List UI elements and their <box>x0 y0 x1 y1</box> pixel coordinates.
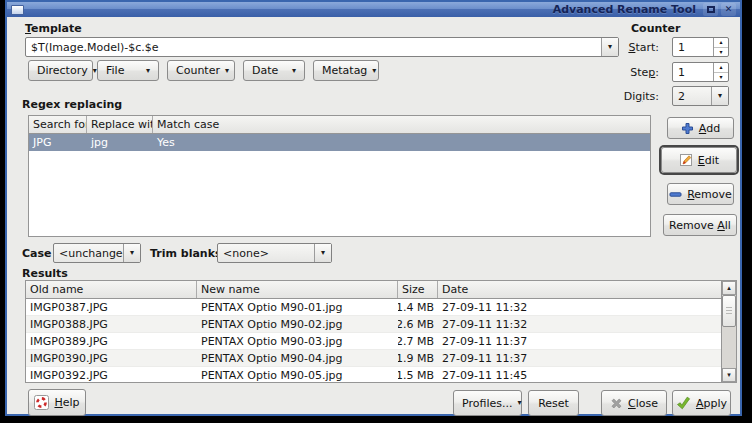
column-header-match-case[interactable]: Match case <box>153 116 650 133</box>
directory-menu-button[interactable]: Directory▾ <box>28 60 93 81</box>
old-name-cell: IMGP0390.JPG <box>26 352 197 365</box>
case-dropdown-button[interactable]: ▾ <box>123 244 140 262</box>
start-label: Start: <box>579 41 659 54</box>
help-lifebuoy-icon <box>34 395 49 410</box>
column-header-search-for[interactable]: Search for <box>29 116 87 133</box>
apply-button[interactable]: Apply <box>672 390 731 416</box>
profiles-button-label: Profiles... <box>462 397 512 410</box>
scroll-up-icon: ▴ <box>727 285 731 292</box>
metatag-menu-label: Metatag <box>322 64 367 77</box>
date-cell: 27-09-11 11:45 <box>438 369 721 382</box>
chevron-down-icon: ▾ <box>292 67 296 75</box>
regex-search-value: JPG <box>29 136 87 149</box>
maximize-icon <box>707 6 715 13</box>
size-cell: 1.5 MB <box>398 369 438 382</box>
close-icon: ✕ <box>725 5 733 14</box>
chevron-down-icon: ▾ <box>130 249 134 257</box>
maximize-button[interactable] <box>703 3 718 16</box>
size-cell: 2.6 MB <box>398 318 438 331</box>
reset-button[interactable]: Reset <box>528 390 579 416</box>
title-bar[interactable]: Advanced Rename Tool ✕ <box>7 2 740 17</box>
chevron-down-icon: ▾ <box>718 92 722 100</box>
chevron-down-icon: ▾ <box>372 67 376 75</box>
chevron-down-icon: ▾ <box>146 67 150 75</box>
start-spinner[interactable]: 1 ▴ ▾ <box>672 37 729 57</box>
column-header-old-name[interactable]: Old name <box>26 281 197 298</box>
file-menu-button[interactable]: File▾ <box>97 60 159 81</box>
results-vertical-scrollbar[interactable]: ▴ ▾ <box>721 281 736 382</box>
start-spin-down-icon[interactable]: ▾ <box>714 48 728 57</box>
file-menu-label: File <box>106 64 124 77</box>
regex-rule-row[interactable]: JPG jpg Yes <box>29 134 650 151</box>
close-button-label: Close <box>628 397 658 410</box>
remove-all-button-label: Remove All <box>669 219 731 232</box>
scroll-up-button[interactable]: ▴ <box>722 281 736 295</box>
add-button[interactable]: Add <box>667 117 734 139</box>
result-row[interactable]: IMGP0387.JPG PENTAX Optio M90-01.jpg 1.4… <box>26 299 721 316</box>
date-menu-button[interactable]: Date▾ <box>243 60 305 81</box>
step-value[interactable]: 1 <box>673 63 713 81</box>
close-x-icon <box>610 397 623 410</box>
result-row[interactable]: IMGP0389.JPG PENTAX Optio M90-03.jpg 2.7… <box>26 333 721 350</box>
template-value[interactable]: $T(Image.Model)-$c.$e <box>26 38 601 56</box>
help-button[interactable]: Help <box>28 389 86 416</box>
regex-table: Search for Replace with Match case JPG j… <box>28 115 651 237</box>
case-label: Case <box>22 247 52 260</box>
scrollbar-thumb[interactable] <box>722 295 736 327</box>
date-cell: 27-09-11 11:32 <box>438 318 721 331</box>
case-combobox[interactable]: <unchanged> ▾ <box>53 243 141 263</box>
results-table: Old name New name Size Date IMGP0387.JPG… <box>25 280 737 383</box>
column-header-size[interactable]: Size <box>398 281 438 298</box>
result-row[interactable]: IMGP0390.JPG PENTAX Optio M90-04.jpg 1.9… <box>26 350 721 367</box>
new-name-cell: PENTAX Optio M90-05.jpg <box>197 369 398 382</box>
chevron-down-icon: ▾ <box>321 249 325 257</box>
counter-menu-label: Counter <box>176 64 220 77</box>
result-row[interactable]: IMGP0388.JPG PENTAX Optio M90-02.jpg 2.6… <box>26 316 721 333</box>
new-name-cell: PENTAX Optio M90-02.jpg <box>197 318 398 331</box>
result-row[interactable]: IMGP0392.JPG PENTAX Optio M90-05.jpg 1.5… <box>26 367 721 382</box>
regex-table-header: Search for Replace with Match case <box>29 116 650 134</box>
trim-blanks-combobox[interactable]: <none> ▾ <box>217 243 332 263</box>
old-name-cell: IMGP0388.JPG <box>26 318 197 331</box>
apply-button-label: Apply <box>696 397 727 410</box>
case-value: <unchanged> <box>54 244 123 262</box>
size-cell: 1.9 MB <box>398 352 438 365</box>
close-window-button[interactable]: ✕ <box>721 3 736 16</box>
chevron-down-icon: ▾ <box>225 67 229 75</box>
scroll-down-button[interactable]: ▾ <box>722 368 736 382</box>
step-spinner[interactable]: 1 ▴ ▾ <box>672 62 729 82</box>
size-cell: 1.4 MB <box>398 301 438 314</box>
template-combobox[interactable]: $T(Image.Model)-$c.$e ▾ <box>25 37 619 57</box>
step-label: Step: <box>579 66 659 79</box>
counter-menu-button[interactable]: Counter▾ <box>167 60 235 81</box>
date-cell: 27-09-11 11:37 <box>438 335 721 348</box>
digits-combobox[interactable]: 2 ▾ <box>672 86 729 106</box>
trim-blanks-dropdown-button[interactable]: ▾ <box>314 244 331 262</box>
start-value[interactable]: 1 <box>673 38 713 56</box>
scroll-down-icon: ▾ <box>727 372 731 379</box>
column-header-date[interactable]: Date <box>438 281 721 298</box>
step-spin-up-icon[interactable]: ▴ <box>714 63 728 73</box>
step-spin-down-icon[interactable]: ▾ <box>714 73 728 82</box>
add-button-label: Add <box>699 122 720 135</box>
digits-dropdown-button[interactable]: ▾ <box>711 87 728 105</box>
start-spin-up-icon[interactable]: ▴ <box>714 38 728 48</box>
metatag-menu-button[interactable]: Metatag▾ <box>313 60 379 81</box>
profiles-button[interactable]: Profiles... ▾ <box>453 390 522 416</box>
date-cell: 27-09-11 11:37 <box>438 352 721 365</box>
date-menu-label: Date <box>252 64 278 77</box>
remove-all-button[interactable]: Remove All <box>663 214 737 236</box>
old-name-cell: IMGP0389.JPG <box>26 335 197 348</box>
scrollbar-track[interactable] <box>722 295 736 368</box>
column-header-new-name[interactable]: New name <box>197 281 398 298</box>
remove-button-label: Remove <box>687 188 732 201</box>
advanced-rename-tool-dialog: Advanced Rename Tool ✕ Template $T(Image… <box>5 0 742 416</box>
regex-replacing-label: Regex replacing <box>22 98 122 111</box>
directory-menu-label: Directory <box>37 64 88 77</box>
new-name-cell: PENTAX Optio M90-03.jpg <box>197 335 398 348</box>
edit-button[interactable]: Edit <box>661 147 737 173</box>
remove-button[interactable]: Remove <box>667 183 734 205</box>
close-button[interactable]: Close <box>601 390 667 416</box>
digits-label: Digits: <box>579 90 659 103</box>
column-header-replace-with[interactable]: Replace with <box>87 116 153 133</box>
